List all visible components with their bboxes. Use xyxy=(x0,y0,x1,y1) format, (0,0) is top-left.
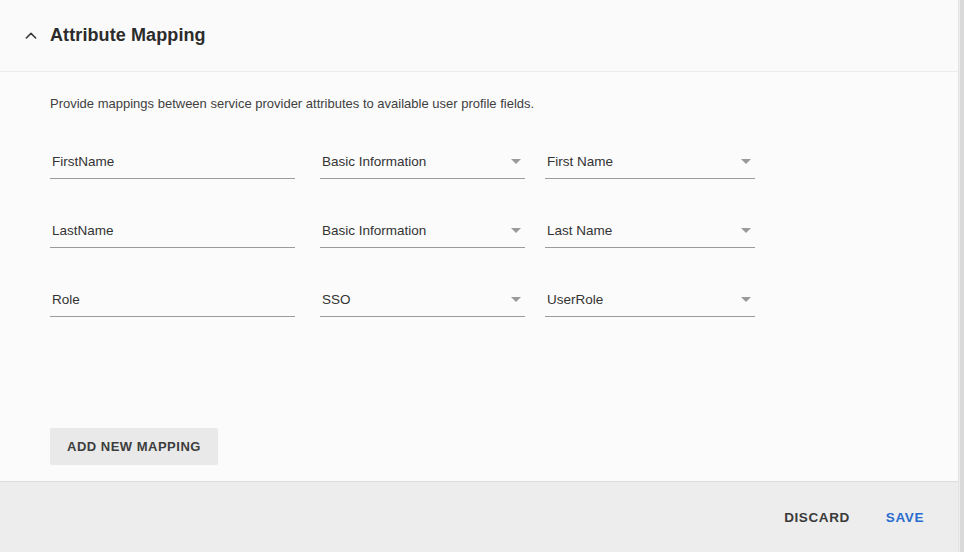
vertical-scrollbar[interactable] xyxy=(958,0,964,552)
scrollbar-thumb[interactable] xyxy=(960,0,964,552)
dropdown-arrow-icon xyxy=(511,297,521,302)
profile-field-select[interactable]: Last Name xyxy=(545,223,755,248)
category-select[interactable]: Basic Information xyxy=(320,223,525,248)
attribute-name-input[interactable] xyxy=(50,223,295,248)
panel-content: Provide mappings between service provide… xyxy=(0,72,964,481)
mapping-row-1: Basic Information First Name xyxy=(50,141,964,179)
profile-field-select-value: UserRole xyxy=(547,292,603,307)
profile-field-select-value: First Name xyxy=(547,154,613,169)
discard-button[interactable]: DISCARD xyxy=(784,502,850,533)
dropdown-arrow-icon xyxy=(741,297,751,302)
category-select-value: Basic Information xyxy=(322,154,426,169)
profile-field-select-value: Last Name xyxy=(547,223,612,238)
attribute-name-input[interactable] xyxy=(50,154,295,179)
mapping-row-2: Basic Information Last Name xyxy=(50,210,964,248)
dropdown-arrow-icon xyxy=(511,228,521,233)
category-select-value: Basic Information xyxy=(322,223,426,238)
panel-header: Attribute Mapping xyxy=(0,0,964,72)
category-select[interactable]: SSO xyxy=(320,292,525,317)
profile-field-select[interactable]: UserRole xyxy=(545,292,755,317)
add-new-mapping-button[interactable]: ADD NEW MAPPING xyxy=(50,428,218,465)
page-title: Attribute Mapping xyxy=(50,25,206,46)
category-select[interactable]: Basic Information xyxy=(320,154,525,179)
attribute-name-input[interactable] xyxy=(50,292,295,317)
dropdown-arrow-icon xyxy=(511,159,521,164)
chevron-up-icon[interactable] xyxy=(22,27,40,45)
profile-field-select[interactable]: First Name xyxy=(545,154,755,179)
mapping-rows: Basic Information First Name Basic Infor… xyxy=(50,141,964,317)
mapping-row-3: SSO UserRole xyxy=(50,279,964,317)
description-text: Provide mappings between service provide… xyxy=(50,96,964,111)
dropdown-arrow-icon xyxy=(741,159,751,164)
save-button[interactable]: SAVE xyxy=(886,502,924,533)
attribute-mapping-panel: Attribute Mapping Provide mappings betwe… xyxy=(0,0,964,552)
panel-footer: DISCARD SAVE xyxy=(0,481,964,552)
category-select-value: SSO xyxy=(322,292,351,307)
dropdown-arrow-icon xyxy=(741,228,751,233)
